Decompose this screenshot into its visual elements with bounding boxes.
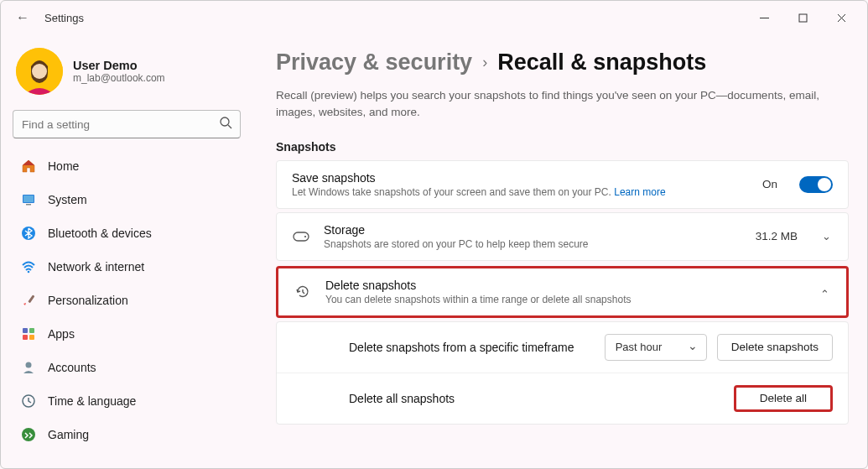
user-email: m_lab@outlook.com (73, 72, 165, 84)
svg-rect-9 (23, 195, 34, 202)
delete-snapshots-panel: Delete snapshots from a specific timefra… (276, 321, 849, 425)
svg-point-6 (221, 117, 229, 126)
sidebar-item-label: Network & internet (48, 260, 144, 274)
breadcrumb-current: Recall & snapshots (497, 50, 706, 76)
chevron-down-icon: ⌄ (819, 230, 833, 242)
close-button[interactable] (822, 4, 860, 31)
bluetooth-icon (21, 226, 36, 241)
svg-rect-13 (28, 294, 34, 303)
svg-rect-14 (23, 328, 28, 333)
search-icon (220, 117, 232, 132)
search-input[interactable] (13, 110, 241, 138)
timeframe-select[interactable]: Past hour (605, 334, 707, 361)
svg-point-5 (32, 64, 47, 79)
svg-point-22 (304, 235, 306, 237)
title-bar: ← Settings (1, 1, 867, 34)
sidebar-item-apps[interactable]: Apps (13, 318, 241, 350)
user-block[interactable]: User Demo m_lab@outlook.com (13, 43, 241, 107)
delete-snapshots-title: Delete snapshots (325, 279, 804, 292)
sidebar-item-gaming[interactable]: Gaming (13, 419, 241, 451)
storage-title: Storage (324, 223, 742, 237)
svg-rect-15 (29, 328, 34, 333)
sidebar-item-system[interactable]: System (13, 184, 241, 216)
section-title: Snapshots (276, 140, 849, 154)
sidebar-item-network[interactable]: Network & internet (13, 251, 241, 283)
learn-more-link[interactable]: Learn more (614, 186, 665, 198)
delete-all-button[interactable]: Delete all (734, 385, 833, 412)
sidebar-item-label: Home (48, 159, 79, 173)
storage-card[interactable]: Storage Snapshots are stored on your PC … (276, 212, 849, 261)
home-icon (21, 159, 36, 174)
sidebar-item-label: Bluetooth & devices (48, 227, 152, 240)
user-name: User Demo (73, 59, 165, 72)
network-icon (21, 259, 36, 274)
sidebar-item-home[interactable]: Home (13, 150, 241, 182)
save-snapshots-title: Save snapshots (292, 171, 749, 185)
maximize-button[interactable] (783, 4, 822, 31)
sidebar-item-accounts[interactable]: Accounts (13, 352, 241, 383)
sidebar-item-label: Gaming (48, 428, 89, 441)
main-content: Privacy & security › Recall & snapshots … (252, 34, 867, 468)
sidebar-item-time[interactable]: Time & language (13, 385, 241, 417)
svg-point-20 (22, 428, 35, 441)
svg-rect-21 (294, 232, 309, 241)
svg-point-18 (26, 362, 32, 368)
delete-snapshots-sub: You can delete snapshots within a time r… (325, 294, 804, 305)
svg-rect-16 (23, 335, 28, 340)
gaming-icon (21, 427, 36, 442)
apps-icon (21, 326, 36, 341)
delete-snapshots-card[interactable]: Delete snapshots You can delete snapshot… (276, 266, 849, 318)
sidebar-item-personalization[interactable]: Personalization (13, 284, 241, 316)
delete-all-label: Delete all snapshots (349, 392, 455, 405)
breadcrumb-parent[interactable]: Privacy & security (276, 50, 472, 76)
svg-rect-10 (26, 204, 31, 206)
svg-rect-1 (799, 14, 807, 22)
save-snapshots-toggle[interactable] (799, 176, 833, 193)
search-field[interactable] (13, 110, 241, 138)
sidebar-item-label: Personalization (48, 294, 128, 307)
svg-rect-17 (29, 335, 34, 340)
sidebar-item-label: Accounts (48, 361, 96, 374)
avatar (16, 48, 63, 95)
back-button[interactable]: ← (16, 10, 29, 25)
delete-snapshots-button[interactable]: Delete snapshots (717, 334, 833, 361)
svg-point-12 (28, 271, 30, 274)
sidebar: User Demo m_lab@outlook.com Home System … (1, 34, 252, 468)
chevron-up-icon: ⌃ (818, 288, 831, 300)
sidebar-item-label: System (48, 193, 87, 206)
accounts-icon (21, 360, 36, 375)
app-title: Settings (44, 12, 84, 24)
storage-value: 31.2 MB (756, 230, 798, 242)
save-snapshots-sub: Let Windows take snapshots of your scree… (292, 186, 749, 198)
svg-line-7 (228, 125, 231, 128)
breadcrumb: Privacy & security › Recall & snapshots (276, 50, 849, 76)
sidebar-item-label: Apps (48, 327, 75, 341)
timeframe-label: Delete snapshots from a specific timefra… (349, 341, 574, 354)
storage-sub: Snapshots are stored on your PC to help … (324, 238, 742, 250)
sidebar-item-bluetooth[interactable]: Bluetooth & devices (13, 217, 241, 249)
personalization-icon (21, 293, 36, 308)
time-icon (21, 393, 36, 409)
save-snapshots-card: Save snapshots Let Windows take snapshot… (276, 160, 849, 209)
history-icon (294, 284, 312, 300)
page-description: Recall (preview) helps you search your s… (276, 87, 829, 122)
storage-icon (292, 232, 310, 242)
minimize-button[interactable] (745, 4, 783, 31)
system-icon (21, 192, 36, 207)
chevron-right-icon: › (482, 54, 487, 71)
toggle-state-label: On (762, 178, 777, 190)
sidebar-item-label: Time & language (48, 394, 136, 408)
